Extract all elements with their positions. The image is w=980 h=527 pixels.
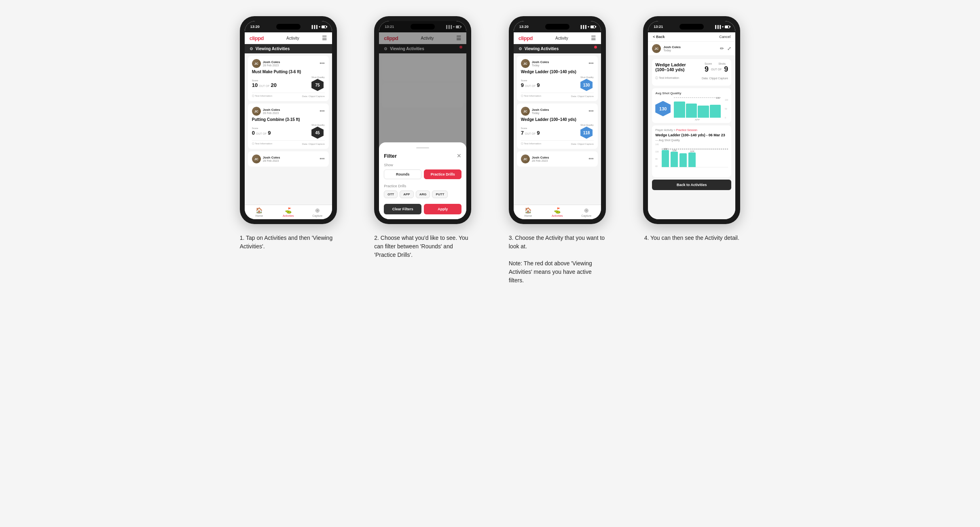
filter-title: Filter bbox=[384, 153, 397, 159]
user-name-1-2: Josh Coles bbox=[263, 108, 280, 112]
avatar-3-3: JC bbox=[521, 155, 530, 163]
wifi-icon-3: ▾ bbox=[588, 25, 589, 29]
more-icon-1-1[interactable]: ••• bbox=[320, 61, 325, 66]
shots-val-1-1: 20 bbox=[271, 82, 277, 88]
score-inline-1-2: 0 OUT OF 9 bbox=[252, 130, 271, 136]
score-val-1-1: 10 bbox=[252, 82, 258, 88]
toggle-rounds[interactable]: Rounds bbox=[384, 169, 421, 179]
viewing-bar-1[interactable]: ⚙ Viewing Activities bbox=[245, 44, 332, 53]
activity-card-1-3[interactable]: JC Josh Coles 28 Feb 2023 ••• bbox=[248, 151, 329, 167]
activity-list-3: JC Josh Coles Today ••• Wedge Ladder (10… bbox=[514, 53, 601, 205]
bottom-nav-1: 🏠 Home ⛳ Activities ⊕ Capture bbox=[245, 205, 332, 219]
outof-3-1: OUT OF bbox=[525, 85, 536, 87]
footer-left-3-2: ⓘ Test Information bbox=[521, 142, 541, 146]
cancel-button[interactable]: Cancel bbox=[719, 35, 730, 39]
app-title-3: Activity bbox=[555, 36, 568, 40]
phone-3-inner: 13:20 ▐▐▐ ▾ clippd Activity ☰ ⚙ bbox=[514, 21, 601, 219]
footer-right-3-1: Data: Clippd Capture bbox=[571, 95, 594, 97]
sq-stat-3-2: Shot Quality 118 bbox=[580, 124, 594, 139]
avatar-1-1: JC bbox=[252, 59, 261, 68]
user-name-3-2: Josh Coles bbox=[532, 108, 549, 112]
nav-activities-3[interactable]: ⛳ Activities bbox=[543, 207, 572, 217]
activity-card-1-1[interactable]: JC Josh Coles 28 Feb 2023 ••• Must Make … bbox=[248, 56, 329, 101]
nav-activities-1[interactable]: ⛳ Activities bbox=[274, 207, 303, 217]
activity-card-1-2[interactable]: JC Josh Coles 28 Feb 2023 ••• Putting Co… bbox=[248, 104, 329, 149]
session-y-axis: 140 100 80 60 bbox=[655, 143, 658, 167]
outof-3-2: OUT OF bbox=[525, 132, 536, 135]
footer-left-1-2: ⓘ Test Information bbox=[252, 142, 272, 146]
status-bar-4: 13:21 ▐▐▐ ▾ bbox=[648, 21, 735, 32]
card-title-1-1: Must Make Putting (3-6 ft) bbox=[252, 70, 325, 74]
sq-label-1-1: Shot Quality bbox=[311, 76, 325, 78]
home-label-3: Home bbox=[524, 214, 532, 217]
activity-card-3-2[interactable]: JC Josh Coles Today ••• Wedge Ladder (10… bbox=[517, 104, 598, 149]
avatar-4: JC bbox=[652, 44, 661, 53]
session-drill-title: Wedge Ladder (100–140 yds) - 06 Mar 23 bbox=[655, 133, 728, 137]
ref-line bbox=[674, 97, 721, 98]
detail-user-info-4: JC Josh Coles Today bbox=[652, 44, 681, 53]
viewing-bar-text-3: Viewing Activities bbox=[525, 47, 559, 51]
nav-home-3[interactable]: 🏠 Home bbox=[514, 207, 543, 217]
status-icons-3: ▐▐▐ ▾ bbox=[580, 25, 595, 29]
filter-close-icon[interactable]: ✕ bbox=[457, 152, 461, 159]
nav-home-1[interactable]: 🏠 Home bbox=[245, 207, 274, 217]
more-icon-1-2[interactable]: ••• bbox=[320, 108, 325, 114]
card-stats-3-2: Score 7 OUT OF 9 Shot Quality 118 bbox=[521, 124, 594, 139]
sy-100: 100 bbox=[655, 150, 658, 153]
nav-capture-1[interactable]: ⊕ Capture bbox=[303, 207, 332, 217]
more-icon-3-3[interactable]: ••• bbox=[588, 156, 594, 162]
filter-actions: Clear Filters Apply bbox=[384, 204, 461, 214]
back-button[interactable]: < Back bbox=[653, 35, 665, 39]
score-stat-1-2: Score 0 OUT OF 9 bbox=[252, 127, 271, 136]
activity-card-3-1[interactable]: JC Josh Coles Today ••• Wedge Ladder (10… bbox=[517, 56, 598, 101]
back-to-activities-button[interactable]: Back to Activities bbox=[652, 180, 731, 190]
toggle-practice-drills[interactable]: Practice Drills bbox=[424, 169, 461, 179]
home-icon-3: 🏠 bbox=[525, 207, 531, 214]
session-bar-group-2: 129 bbox=[671, 149, 678, 167]
quality-title-4: Avg Shot Quality bbox=[655, 91, 728, 95]
card-user-3-1: JC Josh Coles Today bbox=[521, 59, 549, 68]
apply-button[interactable]: Apply bbox=[424, 204, 461, 214]
card-header-3-1: JC Josh Coles Today ••• bbox=[521, 59, 594, 68]
detail-user-name: Josh Coles bbox=[663, 45, 681, 49]
chip-app[interactable]: APP bbox=[400, 190, 413, 198]
sy-60: 60 bbox=[655, 165, 658, 167]
more-icon-1-3[interactable]: ••• bbox=[320, 156, 325, 162]
chip-arg[interactable]: ARG bbox=[416, 190, 430, 198]
chip-putt[interactable]: PUTT bbox=[432, 190, 448, 198]
edit-icon[interactable]: ✏ bbox=[720, 46, 724, 51]
score-inline-3-2: 7 OUT OF 9 bbox=[521, 130, 540, 136]
chip-ott[interactable]: OTT bbox=[384, 190, 398, 198]
user-date-1-1: 28 Feb 2023 bbox=[263, 64, 280, 67]
home-icon-1: 🏠 bbox=[256, 207, 262, 214]
filter-handle bbox=[416, 147, 429, 148]
score-label-3-2: Score bbox=[521, 127, 540, 129]
user-name-3-3: Josh Coles bbox=[532, 156, 549, 159]
filter-practice-label: Practice Drills bbox=[384, 184, 461, 188]
more-icon-3-1[interactable]: ••• bbox=[588, 61, 594, 66]
nav-capture-3[interactable]: ⊕ Capture bbox=[572, 207, 601, 217]
column-2: 13:21 ▐▐▐ ▾ clippd Activity ☰ ⚙ bbox=[362, 16, 484, 259]
signal-icon-3: ▐▐▐ bbox=[580, 25, 586, 29]
app-header-1: clippd Activity ☰ bbox=[245, 32, 332, 44]
more-icon-3-2[interactable]: ••• bbox=[588, 108, 594, 114]
menu-icon-3[interactable]: ☰ bbox=[591, 35, 596, 41]
clear-filters-button[interactable]: Clear Filters bbox=[384, 204, 421, 214]
detail-actions-4: ✏ ⤢ bbox=[720, 46, 731, 51]
card-user-1-2: JC Josh Coles 28 Feb 2023 bbox=[252, 107, 280, 116]
card-header-3-2: JC Josh Coles Today ••• bbox=[521, 107, 594, 116]
filter-show-label: Show bbox=[384, 163, 461, 167]
activity-card-3-3[interactable]: JC Josh Coles 28 Feb 2023 ••• bbox=[517, 151, 598, 167]
viewing-bar-3[interactable]: ⚙ Viewing Activities bbox=[514, 44, 601, 53]
notch-pill-3 bbox=[545, 24, 569, 30]
detail-user-date: Today bbox=[663, 49, 681, 52]
card-user-3-2: JC Josh Coles Today bbox=[521, 107, 549, 116]
card-footer-3-1: ⓘ Test Information Data: Clippd Capture bbox=[521, 93, 594, 98]
caption-2: 2. Choose what you'd like to see. You ca… bbox=[374, 234, 471, 259]
menu-icon-1[interactable]: ☰ bbox=[322, 35, 327, 41]
activities-icon-3: ⛳ bbox=[554, 207, 561, 214]
card-header-1-3: JC Josh Coles 28 Feb 2023 ••• bbox=[252, 155, 325, 163]
expand-icon[interactable]: ⤢ bbox=[727, 46, 731, 51]
sy-80: 80 bbox=[655, 158, 658, 160]
detail-content-4: Wedge Ladder(100–140 yds) Score Shots 9 … bbox=[648, 56, 735, 219]
